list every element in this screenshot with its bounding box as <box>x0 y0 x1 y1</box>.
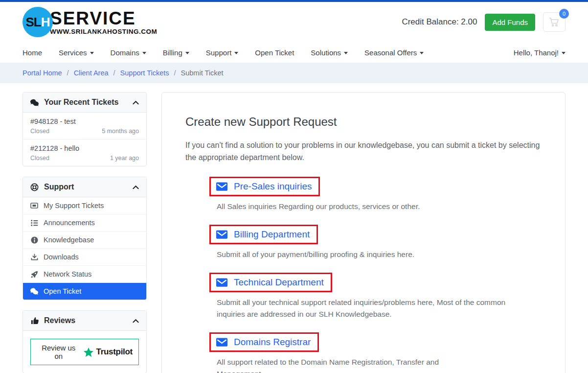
breadcrumb-portal-home[interactable]: Portal Home <box>23 69 62 77</box>
caret-down-icon <box>420 52 424 54</box>
nav-item-user-menu[interactable]: Hello, Thanoj! <box>514 48 565 57</box>
ticket-status: Closed <box>30 155 49 162</box>
envelope-icon <box>216 278 227 287</box>
recent-tickets-panel: Your Recent Tickets #948128 - test Close… <box>23 92 147 166</box>
nav-item-services[interactable]: Services <box>59 48 94 57</box>
main-nav: Home Services Domains Billing Support Op… <box>0 42 588 63</box>
support-panel: Support My Support Tickets <box>23 177 147 300</box>
caret-down-icon <box>562 52 565 54</box>
rocket-icon <box>30 270 38 278</box>
life-ring-icon <box>30 183 39 191</box>
intro-text: If you can't find a solution to your pro… <box>185 140 542 164</box>
sidebar-item-label: Downloads <box>44 253 79 261</box>
nav-item-billing[interactable]: Billing <box>163 48 189 57</box>
breadcrumb-client-area[interactable]: Client Area <box>74 69 109 77</box>
department-billing: Billing Department Submit all of your pa… <box>209 225 542 260</box>
recent-tickets-header[interactable]: Your Recent Tickets <box>23 93 146 113</box>
caret-down-icon <box>234 52 238 54</box>
caret-down-icon <box>344 52 348 54</box>
reviews-panel: Reviews Review us on Trustpilot <box>23 310 147 373</box>
ticket-age: 1 year ago <box>110 155 139 162</box>
ticket-row[interactable]: #948128 - test Closed 5 months ago <box>23 113 146 140</box>
sidebar-item-label: My Support Tickets <box>44 202 104 210</box>
nav-item-solutions[interactable]: Solutions <box>311 48 348 57</box>
sidebar-item-downloads[interactable]: Downloads <box>23 249 146 266</box>
reviews-panel-header[interactable]: Reviews <box>23 311 146 331</box>
header: SLH SERVICE WWW.SRILANKAHOSTING.COM Cred… <box>0 2 588 42</box>
breadcrumb-current: Submit Ticket <box>181 69 224 77</box>
cart-icon <box>549 17 560 27</box>
nav-item-seasonal-offers[interactable]: Seasonal Offers <box>364 48 424 57</box>
thumbs-up-icon <box>30 317 39 325</box>
cart-button[interactable]: 0 <box>543 12 565 32</box>
department-link-label[interactable]: Pre-Sales inquiries <box>234 181 312 192</box>
sidebar-item-open-ticket[interactable]: Open Ticket <box>23 283 146 300</box>
sidebar-item-my-support-tickets[interactable]: My Support Tickets <box>23 197 146 214</box>
logo-url-text: WWW.SRILANKAHOSTING.COM <box>50 28 157 35</box>
department-link-label[interactable]: Domains Registrar <box>234 337 311 348</box>
ticket-title: #212128 - hello <box>30 144 139 152</box>
breadcrumb-support-tickets[interactable]: Support Tickets <box>120 69 169 77</box>
trustpilot-star-icon <box>84 348 93 357</box>
department-description: Submit all of your payment/billing proof… <box>217 249 510 260</box>
ticket-icon <box>30 202 38 210</box>
department-description: All support related to the Domain Name R… <box>217 356 464 373</box>
page-title: Create new Support Request <box>185 115 542 129</box>
sidebar-item-network-status[interactable]: Network Status <box>23 266 146 283</box>
trustpilot-review-button[interactable]: Review us on Trustpilot <box>30 339 139 365</box>
logo-service-text: SERVICE <box>50 9 157 27</box>
download-icon <box>30 253 38 261</box>
caret-down-icon <box>185 52 189 54</box>
ticket-title: #948128 - test <box>30 117 139 125</box>
logo-h-text: H <box>41 15 50 30</box>
caret-down-icon <box>142 52 146 54</box>
nav-item-domains[interactable]: Domains <box>111 48 146 57</box>
ticket-status: Closed <box>30 128 49 135</box>
add-funds-button[interactable]: Add Funds <box>485 14 535 31</box>
sidebar-item-announcements[interactable]: Announcements <box>23 214 146 232</box>
recent-tickets-title: Your Recent Tickets <box>44 98 127 107</box>
ticket-row[interactable]: #212128 - hello Closed 1 year ago <box>23 140 146 166</box>
sidebar-item-label: Network Status <box>44 270 91 278</box>
logo-circle-icon: SLH <box>23 7 53 37</box>
trustpilot-brand-text: Trustpilot <box>96 347 133 357</box>
reviews-body: Review us on Trustpilot <box>23 331 146 373</box>
logo-sl-text: SL <box>25 15 41 30</box>
comments-icon <box>30 98 39 107</box>
nav-item-home[interactable]: Home <box>23 48 42 57</box>
department-pre-sales-link[interactable]: Pre-Sales inquiries <box>209 177 320 196</box>
department-link-label[interactable]: Billing Department <box>234 229 310 240</box>
sidebar-item-knowledgebase[interactable]: Knowledgebase <box>23 232 146 249</box>
envelope-icon <box>216 338 227 347</box>
department-description: All Sales inquiries Regarding our produc… <box>217 201 510 212</box>
support-request-card: Create new Support Request If you can't … <box>161 92 565 373</box>
department-domains: Domains Registrar All support related to… <box>209 332 542 373</box>
department-domains-link[interactable]: Domains Registrar <box>209 332 319 352</box>
department-technical-link[interactable]: Technical Department <box>209 273 332 292</box>
chevron-up-icon[interactable] <box>133 100 139 105</box>
sidebar-item-label: Open Ticket <box>44 287 81 295</box>
department-billing-link[interactable]: Billing Department <box>209 225 318 244</box>
page-content: Your Recent Tickets #948128 - test Close… <box>0 83 588 373</box>
department-description: Submit all your technical support relate… <box>217 297 510 320</box>
site-logo[interactable]: SLH SERVICE WWW.SRILANKAHOSTING.COM <box>23 7 157 37</box>
chevron-up-icon[interactable] <box>133 185 139 189</box>
ticket-age: 5 months ago <box>102 128 139 135</box>
department-pre-sales: Pre-Sales inquiries All Sales inquiries … <box>209 177 542 212</box>
credit-balance: Credit Balance: 2.00 <box>402 17 477 27</box>
breadcrumb-separator: / <box>174 69 176 77</box>
support-panel-title: Support <box>44 183 127 191</box>
support-panel-header[interactable]: Support <box>23 177 146 197</box>
sidebar: Your Recent Tickets #948128 - test Close… <box>23 92 147 373</box>
envelope-icon <box>216 182 227 191</box>
envelope-icon <box>216 230 227 239</box>
reviews-panel-title: Reviews <box>44 316 127 325</box>
nav-item-support[interactable]: Support <box>206 48 239 57</box>
comments-icon <box>30 287 38 295</box>
header-actions: Credit Balance: 2.00 Add Funds 0 <box>402 12 565 32</box>
nav-item-open-ticket[interactable]: Open Ticket <box>255 48 294 57</box>
breadcrumb-separator: / <box>67 69 69 77</box>
department-link-label[interactable]: Technical Department <box>234 277 324 288</box>
chevron-up-icon[interactable] <box>133 319 139 323</box>
cart-count-badge: 0 <box>559 9 569 19</box>
